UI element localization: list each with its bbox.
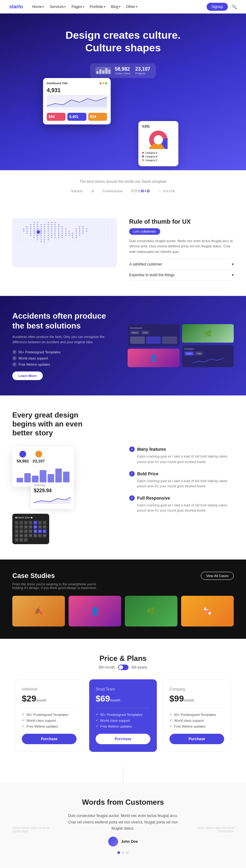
pie-card-title: 4,931 — [142, 125, 175, 128]
story-mockup: 58,982 23,107 — [12, 446, 74, 487]
nav-home[interactable]: Home — [32, 5, 44, 9]
map-dot — [100, 232, 101, 234]
map-dot — [23, 222, 24, 223]
partner-n: ñ — [91, 189, 94, 193]
pricing-feature-1-2: ✓World class support — [22, 718, 77, 722]
map-dot — [107, 222, 108, 223]
map-dot — [23, 230, 24, 232]
map-dot — [65, 237, 66, 238]
pricing-card-small-team: Small Team $69/month ✓50+ Predesigned Te… — [89, 679, 157, 752]
map-dot — [61, 232, 63, 234]
cal-day-20[interactable]: 20 — [38, 529, 42, 533]
map-dot — [58, 232, 59, 234]
map-highlight — [37, 230, 40, 234]
ux-accordion-item-1[interactable]: A satisfied customer ▾ — [129, 259, 234, 270]
t-dot-3[interactable] — [126, 851, 129, 854]
map-dot — [86, 237, 87, 238]
nav-services[interactable]: Services — [50, 5, 66, 9]
map-dot — [16, 237, 17, 238]
map-dot — [30, 224, 31, 225]
map-dot — [44, 230, 45, 232]
map-dot — [89, 230, 91, 232]
screen-col-1: Dashboard Active Stats 👤 — [128, 324, 180, 367]
map-dot — [104, 241, 105, 242]
nav-blog[interactable]: Blog — [111, 5, 120, 9]
map-dot — [79, 230, 80, 232]
nav-signup-button[interactable]: Signup — [207, 3, 228, 11]
map-dot — [54, 224, 56, 225]
map-dot — [33, 237, 35, 238]
toggle-monthly-label: Bill month — [99, 665, 115, 670]
case-item-2[interactable]: 👤 — [69, 596, 121, 626]
cal-day-4: 4 — [29, 521, 32, 525]
cal-day-5[interactable]: 5 — [33, 521, 37, 525]
nav-logo[interactable]: starto — [9, 4, 23, 9]
map-dot — [86, 239, 87, 240]
t-dot-2[interactable] — [122, 851, 124, 854]
dash-card-num-3: 824 — [90, 115, 105, 119]
map-dot — [58, 228, 59, 229]
view-all-cases-button[interactable]: View All Cases — [201, 572, 234, 580]
case-item-3[interactable]: 🌿 — [125, 596, 177, 626]
map-dot — [76, 228, 77, 229]
map-dot — [23, 228, 24, 229]
map-dot — [76, 239, 77, 240]
nav-pages[interactable]: Pages — [71, 5, 84, 9]
story-stats-row: 58,982 23,107 — [17, 451, 70, 463]
purchase-button-small-team[interactable]: Purchase — [95, 734, 151, 744]
search-icon[interactable]: 🔍 — [231, 4, 237, 9]
map-dot — [51, 235, 52, 236]
map-dot — [72, 241, 73, 242]
map-dot — [100, 241, 101, 242]
case-item-1[interactable]: 🍂 — [12, 596, 65, 626]
map-dot — [65, 235, 66, 236]
partner-foxmb: FOXM+B — [132, 189, 151, 193]
cal-day-21[interactable]: 21 — [43, 529, 47, 533]
map-dot — [58, 230, 59, 232]
case-item-inner-4: 🍬 — [181, 596, 234, 626]
map-dot — [51, 237, 52, 238]
ux-tag[interactable]: Let's collaborate — [129, 228, 160, 235]
nav-other[interactable]: Other — [126, 5, 137, 9]
map-dot — [69, 230, 70, 232]
nav-portfolio[interactable]: Portfolio — [90, 5, 106, 9]
map-dot — [93, 235, 94, 236]
cal-day-19[interactable]: 19 — [33, 529, 37, 533]
map-dot — [40, 239, 42, 240]
map-dot — [82, 239, 84, 240]
map-dot — [33, 224, 35, 225]
map-dot — [19, 228, 21, 229]
hero-stat-label-1: Active Users — [115, 72, 130, 75]
map-dot — [58, 226, 59, 227]
chip-4: Stats — [195, 351, 203, 355]
purchase-button-individual[interactable]: Purchase — [22, 734, 77, 744]
map-dot — [69, 237, 70, 238]
cal-day-12[interactable]: 12 — [33, 525, 37, 529]
story-stat-num-2: 23,107 — [33, 459, 45, 463]
map-dot — [100, 224, 101, 225]
learn-more-button[interactable]: Learn More — [12, 371, 43, 380]
partners-section: The best teams around the world use Star… — [0, 170, 246, 203]
map-dot — [51, 222, 52, 223]
story-bar-7 — [63, 472, 70, 483]
testimonials-row: Lorem ipsum dolor sit amet consectetur D… — [12, 813, 234, 846]
map-dot — [30, 226, 31, 227]
cal-day-13: 13 — [38, 525, 42, 529]
ux-map-area: // Generate map dots pattern const patte… — [12, 218, 117, 267]
t-dot-1[interactable] — [117, 851, 120, 854]
map-dot — [93, 230, 94, 232]
map-dot — [40, 224, 42, 225]
map-dot — [82, 237, 84, 238]
purchase-button-company[interactable]: Purchase — [169, 734, 224, 744]
map-dot — [69, 228, 70, 229]
map-dot — [89, 237, 91, 238]
case-item-inner-3: 🌿 — [125, 596, 177, 626]
toggle-switch[interactable] — [118, 664, 129, 670]
map-dot — [86, 222, 87, 223]
map-dot — [107, 239, 108, 240]
prev-quote: Lorem ipsum dolor sit amet consectetur — [12, 826, 61, 833]
map-dot — [40, 230, 42, 232]
ux-accordion-item-2[interactable]: Expertise to build the things ▾ — [129, 270, 234, 281]
nav-right: Signup 🔍 — [207, 3, 237, 11]
case-item-4[interactable]: 🍬 — [181, 596, 234, 626]
